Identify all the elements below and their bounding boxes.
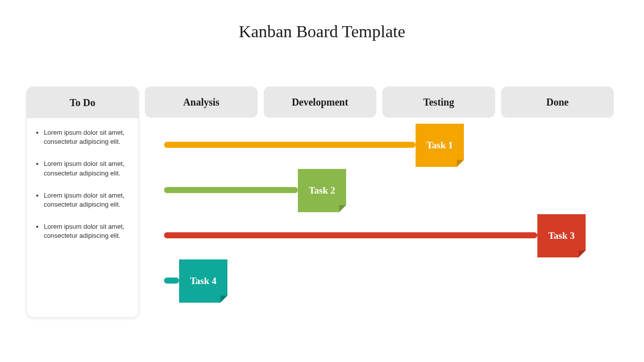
fold-corner-icon: [220, 296, 227, 303]
fold-corner-icon: [457, 160, 464, 167]
task-row-1: Task 1: [145, 122, 618, 167]
column-header-analysis: Analysis: [145, 86, 258, 118]
column-header-done: Done: [501, 86, 614, 118]
task-label: Task 2: [309, 185, 336, 196]
tasks-area: Task 1 Task 2 Task 3 Task 4: [145, 122, 618, 303]
task-bar: [164, 232, 537, 238]
page-title: Kanban Board Template: [0, 0, 644, 41]
column-header-testing: Testing: [382, 86, 495, 118]
task-bar: [164, 278, 179, 284]
task-label: Task 3: [548, 230, 575, 241]
list-item: Lorem ipsum dolor sit amet, consectetur …: [44, 128, 127, 146]
list-item: Lorem ipsum dolor sit amet, consectetur …: [44, 222, 127, 240]
task-bar: [164, 187, 298, 193]
list-item: Lorem ipsum dolor sit amet, consectetur …: [44, 159, 127, 177]
column-header-todo: To Do: [27, 87, 138, 118]
task-card-1[interactable]: Task 1: [416, 124, 464, 167]
todo-panel: To Do Lorem ipsum dolor sit amet, consec…: [26, 86, 139, 318]
task-card-2[interactable]: Task 2: [298, 169, 346, 212]
task-bar: [164, 142, 416, 148]
column-header-development: Development: [264, 86, 376, 118]
todo-list: Lorem ipsum dolor sit amet, consectetur …: [27, 118, 138, 241]
task-label: Task 1: [427, 140, 453, 151]
task-row-4: Task 4: [145, 257, 618, 303]
task-row-2: Task 2: [145, 167, 618, 212]
fold-corner-icon: [579, 250, 586, 257]
kanban-board: To Do Lorem ipsum dolor sit amet, consec…: [26, 86, 618, 118]
task-card-4[interactable]: Task 4: [179, 259, 227, 303]
task-card-3[interactable]: Task 3: [537, 214, 586, 257]
list-item: Lorem ipsum dolor sit amet, consectetur …: [44, 191, 127, 209]
fold-corner-icon: [339, 205, 346, 212]
task-row-3: Task 3: [145, 212, 618, 257]
task-label: Task 4: [190, 276, 217, 287]
